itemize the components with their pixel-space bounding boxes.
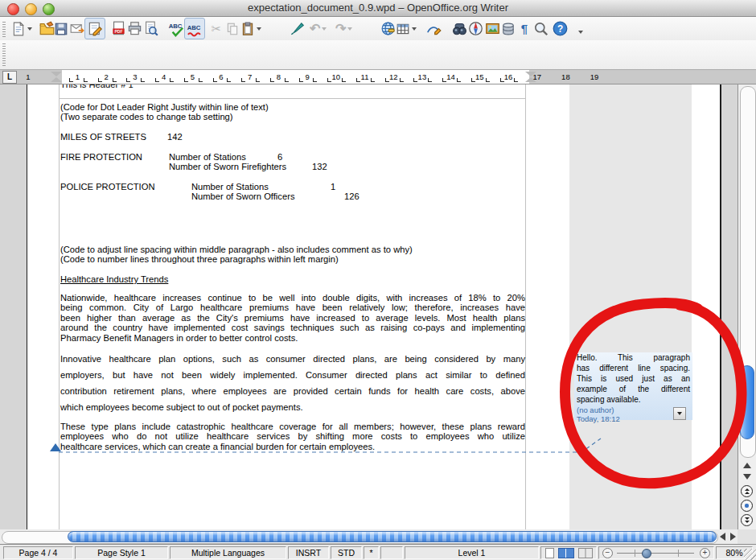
status-outline-level[interactable]: Level 1 [405,546,539,559]
toolbar-grip[interactable] [2,20,6,37]
autospellcheck-button[interactable]: ABC [184,18,205,39]
hyperlink-icon [380,21,396,36]
stat-sublabel: Number of Sworn Firefighters [169,162,286,171]
clipped-header-text: This is Header # 1 [60,84,382,89]
stat-value: 142 [167,132,183,142]
zoom-button[interactable] [531,19,550,39]
format-paintbrush-icon [290,21,305,36]
insert-table-button[interactable] [394,19,422,39]
paragraph-innovative: Innovative healthcare plan options, such… [60,351,525,415]
status-language[interactable]: Multiple Languages [170,546,286,559]
copy-icon [225,22,240,36]
undo-button[interactable]: ↶ [308,19,336,39]
fire-protection-rows: FIRE PROTECTION Number of Stations 6 Num… [60,152,525,172]
next-page-button[interactable] [741,514,753,526]
formatting-toolbar: Default Helvetica 10 B I U 1.2. [0,40,756,70]
window-resize-grip[interactable] [744,549,756,560]
stat-label: FIRE PROTECTION [60,152,142,162]
data-sources-icon [501,22,516,36]
status-insert-mode[interactable]: INSRT [288,546,329,559]
status-modified-flag[interactable]: * [364,546,379,559]
paste-button[interactable] [239,19,267,39]
miles-of-streets-row: MILES OF STREETS 142 [60,132,525,142]
vertical-scrollbar-thumb[interactable] [740,365,754,439]
tab-stop-selector[interactable]: L [2,71,17,84]
zoom-slider-track[interactable] [617,553,694,554]
format-paintbrush-button[interactable] [287,19,306,39]
cut-icon: ✂ [212,23,222,34]
app-window: expectation_document_0.9.wpd – OpenOffic… [0,0,756,560]
status-selection-mode[interactable]: STD [331,546,362,559]
comment-author: (no author) [577,406,614,414]
edit-file-button[interactable] [84,18,105,39]
spellcheck-button[interactable]: ABC [166,19,186,39]
comment-margin-pane [569,84,692,529]
new-dropdown-caret[interactable] [27,27,32,31]
single-page-view-icon[interactable] [545,548,554,558]
status-page-number[interactable]: Page 4 / 4 [3,546,73,559]
comment-menu-button[interactable] [673,407,686,420]
new-document-icon [11,22,26,36]
draw-functions-button[interactable] [424,19,443,39]
page-preview-button[interactable] [141,19,160,39]
stat-label: POLICE PROTECTION [60,182,155,191]
title-bar: expectation_document_0.9.wpd – OpenOffic… [0,0,756,17]
toolbar-grip[interactable] [2,43,6,66]
toolbar-overflow-button[interactable] [576,19,585,39]
view-layout-cell [540,546,597,559]
status-page-style[interactable]: Page Style 1 [75,546,168,559]
paste-dropdown-caret[interactable] [257,27,261,31]
horizontal-scrollbar[interactable] [0,529,738,544]
new-document-button[interactable] [10,19,38,39]
zoom-out-button[interactable]: − [602,548,613,558]
double-up-arrow-icon [745,492,750,494]
scroll-left-arrow[interactable] [720,533,725,541]
document-workspace[interactable]: This is Header # 1 (Code for Dot Leader … [0,84,738,529]
book-view-icon[interactable] [578,548,593,558]
zoom-tick [635,550,635,557]
email-icon [70,21,85,36]
left-indent-marker[interactable] [51,77,62,82]
comment-bubble[interactable]: Hello. This paragraphhas different line … [574,352,692,420]
scroll-right-arrow[interactable] [730,533,736,541]
first-line-indent-marker[interactable] [51,72,62,76]
draw-functions-icon [426,21,442,36]
scroll-up-arrow[interactable] [743,463,751,468]
vertical-scrollbar[interactable] [738,84,756,529]
zoom-slider-cell: − + [598,546,714,559]
paragraph-these-plans: These type plans include catastrophic he… [60,422,525,451]
horizontal-ruler[interactable]: L 112345678910111213141516171819 [0,70,756,84]
page-preview-icon [143,21,158,36]
svg-text:?: ? [557,23,562,35]
zoom-slider-thumb[interactable] [642,549,651,558]
double-down-arrow-icon [745,517,750,520]
help-button[interactable]: ? [550,19,569,39]
stat-sublabel: Number of Stations [191,182,269,191]
redo-button[interactable]: ↷ [334,19,362,39]
chevron-down-icon [677,412,682,415]
right-indent-marker-top[interactable] [525,72,536,76]
double-up-arrow-icon [745,488,750,491]
stat-value: 126 [344,191,360,201]
standard-toolbar: PDF ABC ABC ✂ ↶ ↷ [0,17,756,40]
horizontal-scrollbar-thumb[interactable] [68,531,717,542]
header-boundary [59,98,526,99]
redo-icon: ↷ [335,23,346,34]
stat-sublabel: Number of Sworn Officers [191,191,295,201]
multi-page-view-icon[interactable] [558,548,574,558]
stat-sublabel: Number of Stations [169,152,246,162]
svg-text:ABC: ABC [169,22,183,29]
table-dropdown-caret[interactable] [412,27,417,31]
overflow-caret-icon [578,31,583,34]
previous-page-button[interactable] [741,485,753,497]
navigator-icon [468,21,483,36]
stat-value: 132 [312,162,327,171]
zoom-tick [678,550,679,557]
scroll-down-arrow[interactable] [743,474,751,480]
zoom-in-button[interactable]: + [700,548,710,558]
stat-label: MILES OF STREETS [60,132,146,142]
status-bar: Page 4 / 4 Page Style 1 Multiple Languag… [0,544,756,560]
right-indent-marker[interactable] [525,77,536,82]
code-note-lines: (Code for Dot Leader Right Justify withi… [60,102,525,122]
navigation-button[interactable] [741,500,753,512]
